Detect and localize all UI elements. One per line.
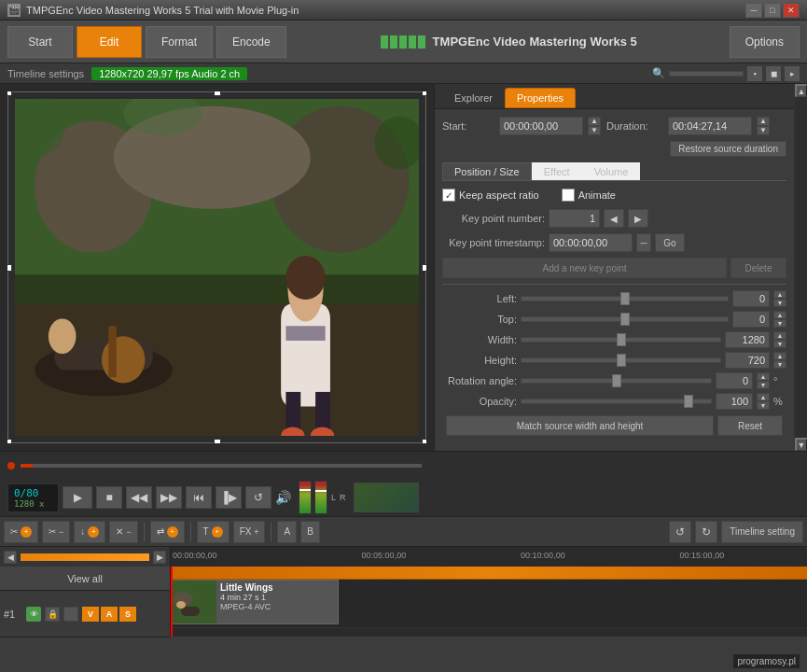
- keypoint-next-button[interactable]: ▶: [628, 209, 648, 228]
- insert-button[interactable]: ↓ +: [74, 521, 105, 543]
- animate-checkbox[interactable]: Animate: [562, 189, 616, 202]
- loop-button[interactable]: ↺: [245, 486, 271, 509]
- track-scrollbar[interactable]: [171, 627, 807, 637]
- stop-button[interactable]: ■: [96, 486, 122, 509]
- handle-top-right[interactable]: [422, 91, 426, 96]
- edit-button[interactable]: Edit: [77, 26, 142, 58]
- start-spin-down[interactable]: ▼: [588, 126, 601, 135]
- timeline-ctrl-2[interactable]: ◼: [766, 66, 781, 81]
- scroll-up-button[interactable]: ▲: [795, 84, 807, 97]
- height-value-input[interactable]: [725, 352, 770, 369]
- undo-button[interactable]: ↺: [669, 521, 691, 543]
- restore-source-duration-button[interactable]: Restore source duration: [670, 141, 786, 157]
- audio-track-button[interactable]: A: [101, 607, 118, 622]
- handle-bot-left[interactable]: [7, 439, 12, 443]
- timeline-ctrl-1[interactable]: ▪: [747, 66, 762, 81]
- subtitle-track-button[interactable]: S: [119, 607, 136, 622]
- opacity-spin-down[interactable]: ▼: [757, 401, 770, 410]
- keypoint-number-input[interactable]: [549, 209, 600, 228]
- explorer-tab[interactable]: Explorer: [442, 88, 505, 108]
- duration-input[interactable]: [668, 117, 752, 135]
- opacity-slider-track[interactable]: [521, 399, 712, 404]
- start-spin-up[interactable]: ▲: [588, 117, 601, 126]
- clip-1[interactable]: Little Wings 4 min 27 s 1 MPEG-4 AVC: [171, 580, 339, 624]
- start-input[interactable]: [499, 117, 583, 135]
- volume-icon[interactable]: 🔊: [275, 490, 291, 505]
- maximize-button[interactable]: □: [764, 3, 781, 18]
- width-value-input[interactable]: [725, 331, 770, 348]
- position-bar[interactable]: [21, 464, 422, 468]
- handle-bot-right[interactable]: [422, 439, 426, 443]
- properties-tab[interactable]: Properties: [505, 88, 576, 108]
- skip-back-button[interactable]: ⏮: [186, 486, 212, 509]
- caption-a-button[interactable]: A: [277, 521, 297, 543]
- zoom-slider[interactable]: [669, 71, 744, 77]
- keypoint-go-button[interactable]: Go: [655, 233, 685, 252]
- top-spin-up[interactable]: ▲: [773, 311, 786, 319]
- left-slider-track[interactable]: [521, 296, 729, 301]
- start-button[interactable]: Start: [7, 26, 73, 58]
- redo-button[interactable]: ↻: [695, 521, 717, 543]
- reset-button[interactable]: Reset: [717, 415, 783, 436]
- forward-button[interactable]: ▶▶: [156, 486, 182, 509]
- volume-tab[interactable]: Volume: [582, 162, 641, 180]
- rotation-slider-track[interactable]: [521, 378, 712, 384]
- handle-mid-right[interactable]: [422, 264, 426, 272]
- handle-mid-left[interactable]: [7, 264, 12, 272]
- timeline-scroll-bar[interactable]: [21, 553, 149, 561]
- frame-step-button[interactable]: ▐▶: [216, 486, 242, 509]
- timeline-ctrl-3[interactable]: ▸: [785, 66, 800, 81]
- track-settings-button[interactable]: [63, 607, 78, 622]
- rotation-value-input[interactable]: [716, 372, 753, 389]
- handle-top-center[interactable]: [214, 91, 221, 96]
- video-track-button[interactable]: V: [82, 607, 99, 622]
- keypoint-prev-button[interactable]: ◀: [604, 209, 624, 228]
- transition-button[interactable]: ⇄ +: [150, 521, 185, 543]
- fx-button[interactable]: FX +: [233, 521, 266, 543]
- top-value-input[interactable]: [732, 311, 770, 328]
- keep-aspect-ratio-checkbox[interactable]: Keep aspect ratio: [442, 189, 539, 202]
- left-spin-up[interactable]: ▲: [773, 290, 786, 299]
- top-slider-track[interactable]: [521, 316, 729, 322]
- left-spin-down[interactable]: ▼: [773, 299, 786, 307]
- width-spin-up[interactable]: ▲: [773, 331, 786, 340]
- handle-bot-center[interactable]: [214, 439, 221, 443]
- match-source-button[interactable]: Match source width and height: [446, 415, 714, 436]
- handle-top-left[interactable]: [7, 91, 12, 96]
- rotation-spin-down[interactable]: ▼: [757, 381, 770, 389]
- delete-clip-button[interactable]: ✕ −: [109, 521, 137, 543]
- height-slider-track[interactable]: [521, 357, 721, 363]
- height-spin-up[interactable]: ▲: [773, 352, 786, 360]
- options-button[interactable]: Options: [730, 26, 800, 58]
- effect-tab[interactable]: Effect: [532, 162, 582, 180]
- cut-out-button[interactable]: ✂ −: [42, 521, 70, 543]
- minimize-button[interactable]: ─: [745, 3, 762, 18]
- add-keypoint-button[interactable]: Add a new key point: [442, 258, 727, 278]
- ruler-scroll-right-button[interactable]: ▶: [153, 551, 166, 564]
- cut-in-button[interactable]: ✂ +: [4, 521, 38, 543]
- caption-b-button[interactable]: B: [300, 521, 320, 543]
- duration-spin-up[interactable]: ▲: [757, 117, 770, 126]
- ruler-scroll-left-button[interactable]: ◀: [4, 551, 17, 564]
- keypoint-minus-button[interactable]: ─: [636, 233, 651, 252]
- width-slider-track[interactable]: [521, 337, 721, 343]
- scroll-track[interactable]: [795, 97, 807, 438]
- delete-keypoint-button[interactable]: Delete: [730, 258, 786, 278]
- keypoint-timestamp-input[interactable]: [549, 233, 633, 252]
- timeline-setting-button[interactable]: Timeline setting: [721, 521, 803, 543]
- view-all-button[interactable]: View all: [0, 567, 170, 591]
- title-button[interactable]: T +: [197, 521, 230, 543]
- rotation-spin-up[interactable]: ▲: [757, 372, 770, 381]
- width-spin-down[interactable]: ▼: [773, 340, 786, 348]
- opacity-spin-up[interactable]: ▲: [757, 393, 770, 401]
- track-lock-button[interactable]: 🔒: [45, 607, 60, 622]
- play-button[interactable]: ▶: [63, 486, 92, 509]
- format-button[interactable]: Format: [146, 26, 213, 58]
- top-spin-down[interactable]: ▼: [773, 319, 786, 328]
- position-size-tab[interactable]: Position / Size: [442, 162, 532, 180]
- close-button[interactable]: ✕: [783, 3, 800, 18]
- track-visibility-toggle[interactable]: 👁: [26, 607, 41, 622]
- scroll-down-button[interactable]: ▼: [795, 438, 807, 451]
- left-value-input[interactable]: [732, 290, 770, 307]
- rewind-button[interactable]: ◀◀: [126, 486, 152, 509]
